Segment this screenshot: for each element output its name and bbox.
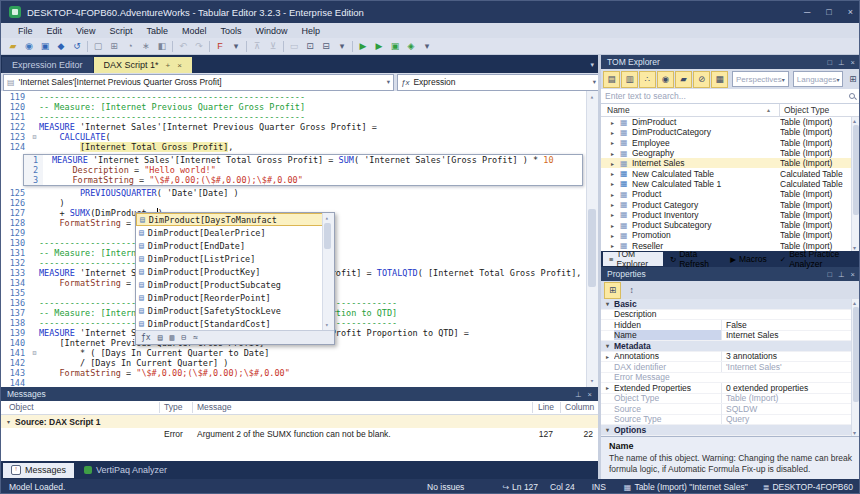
- right-tab[interactable]: ▶ Macros: [724, 252, 773, 266]
- col-line[interactable]: Line: [538, 402, 554, 412]
- tree-row[interactable]: ▸ ▦ Promotion Table (Import): [601, 230, 860, 240]
- expand-icon[interactable]: ▸: [611, 150, 620, 157]
- expand-icon[interactable]: ▸: [611, 119, 620, 126]
- code-line[interactable]: 1MEASURE 'Internet Sales'[Internet Total…: [24, 155, 582, 165]
- filter-kpis-icon[interactable]: ◉: [657, 71, 674, 88]
- right-tab[interactable]: ✓ Best Practice Analyzer: [774, 252, 860, 266]
- col-column[interactable]: Column: [565, 402, 594, 412]
- filter-measures-icon[interactable]: ▤: [603, 71, 620, 88]
- code-line[interactable]: 3 FormatString = "\$#,0.00;(\$#,0.00);\$…: [24, 175, 582, 185]
- deploy-icon[interactable]: ◉: [21, 39, 37, 54]
- tree-row[interactable]: ▸ ▦ Product Table (Import): [601, 189, 860, 199]
- close-icon[interactable]: ×: [851, 270, 855, 279]
- filter-tables-icon[interactable]: ⊟: [181, 333, 186, 343]
- tree-row[interactable]: ▸ ▦ Product Subcategory Table (Import): [601, 220, 860, 230]
- redo-icon[interactable]: ↷: [191, 39, 207, 54]
- maximize-button[interactable]: □: [826, 7, 831, 17]
- dock-icon[interactable]: □: [828, 58, 833, 67]
- tree-row[interactable]: ▸ ▦ Employee Table (Import): [601, 138, 860, 148]
- expand-icon[interactable]: ▸: [611, 222, 620, 229]
- save-to-model-icon[interactable]: ◆: [53, 39, 69, 54]
- format-dax-icon[interactable]: F: [212, 39, 228, 54]
- new-query-icon[interactable]: ◧: [154, 39, 170, 54]
- expand-icon[interactable]: ▸: [611, 232, 620, 239]
- col-type[interactable]: Type: [164, 402, 182, 412]
- autocomplete-item[interactable]: ▤ DimProduct[ProductKey]: [136, 265, 323, 278]
- tree-row[interactable]: ▸ ▦ Product Category Table (Import): [601, 199, 860, 209]
- autocomplete-item[interactable]: ▤ DimProduct[DealerPrice]: [136, 226, 323, 239]
- col-object-type[interactable]: Object Type: [784, 105, 829, 115]
- dock-icon[interactable]: □: [828, 270, 833, 279]
- tree-row[interactable]: ▸ ▦ Internet Sales Table (Import): [601, 158, 860, 168]
- expander-icon[interactable]: ▸: [601, 353, 614, 360]
- format-dax-dropdown-icon[interactable]: ▾: [228, 39, 244, 54]
- expander-icon[interactable]: ▾: [601, 300, 614, 307]
- new-dax-query-icon[interactable]: ∗: [138, 39, 154, 54]
- scroll-up-icon[interactable]: ▴: [587, 92, 597, 102]
- expand-icon[interactable]: ▸: [611, 160, 620, 167]
- status-context[interactable]: ▦Table (Import) "Internet Sales": [624, 482, 748, 492]
- property-row[interactable]: Hidden False: [601, 320, 860, 331]
- new-table-icon[interactable]: ⊞: [106, 39, 122, 54]
- menu-item[interactable]: Table: [139, 25, 175, 37]
- filter-measures-icon[interactable]: ▤: [158, 333, 163, 343]
- expand-icon[interactable]: ▸: [611, 191, 620, 198]
- search-input[interactable]: [605, 91, 848, 101]
- save-icon[interactable]: ▣: [37, 39, 53, 54]
- expand-icon[interactable]: ▸: [611, 170, 620, 177]
- scrollbar-thumb[interactable]: [588, 209, 596, 287]
- scroll-down-icon[interactable]: ▾: [587, 376, 597, 386]
- perspectives-select[interactable]: Perspectives▾: [732, 71, 789, 87]
- filter-folders-icon[interactable]: ▰: [675, 71, 692, 88]
- pin-icon[interactable]: ⊥: [838, 58, 845, 67]
- code-line[interactable]: 122MEASURE 'Internet Sales'[Internet Pre…: [1, 122, 598, 132]
- property-row[interactable]: Name Internet Sales: [601, 331, 860, 342]
- code-line[interactable]: 119-------------------------------------…: [1, 92, 598, 102]
- pin-icon[interactable]: ⊥: [838, 270, 845, 279]
- new-document-icon[interactable]: ▢: [90, 39, 106, 54]
- run-query-icon[interactable]: ▶: [371, 39, 387, 54]
- expand-icon[interactable]: ▸: [611, 180, 620, 187]
- expander-icon[interactable]: ▸: [601, 384, 614, 391]
- close-tab-icon[interactable]: ×: [177, 61, 182, 70]
- expand-icon[interactable]: ▸: [611, 242, 620, 249]
- popup-scrollbar[interactable]: ▴ ▾: [322, 213, 334, 330]
- filter-columns-icon[interactable]: ▥: [621, 71, 638, 88]
- expand-icon[interactable]: ▸: [611, 139, 620, 146]
- property-row[interactable]: Description: [601, 310, 860, 321]
- expand-icon[interactable]: ▸: [611, 211, 620, 218]
- tab-expression-editor[interactable]: Expression Editor: [2, 57, 93, 73]
- col-name[interactable]: Name: [607, 105, 630, 115]
- menu-item[interactable]: Model: [175, 25, 214, 37]
- messages-group-row[interactable]: ▾ Source: DAX Script 1: [1, 415, 598, 428]
- autocomplete-item[interactable]: ▤ DimProduct[DaysToManufact: [136, 213, 323, 226]
- right-tab[interactable]: ↻ Data Refresh: [664, 252, 723, 266]
- open-model-icon[interactable]: ▰: [5, 39, 21, 54]
- code-line[interactable]: 121-------------------------------------…: [1, 112, 598, 122]
- run-all-icon[interactable]: ◈: [403, 39, 419, 54]
- refresh-model-icon[interactable]: ↺: [69, 39, 85, 54]
- tree-row[interactable]: ▸ ▦ Reseller Table (Import): [601, 241, 860, 251]
- new-script-icon[interactable]: ◔: [122, 39, 138, 54]
- filter-keywords-icon[interactable]: ≈: [193, 333, 198, 343]
- run-overflow-icon[interactable]: ▾: [419, 39, 435, 54]
- autocomplete-item[interactable]: ▤ DimProduct[ListPrice]: [136, 252, 323, 265]
- import-icon[interactable]: ⊼: [249, 39, 265, 54]
- autocomplete-item[interactable]: ▤ DimProduct[StandardCost]: [136, 317, 323, 330]
- menu-item[interactable]: Help: [294, 25, 327, 37]
- new-tab-icon[interactable]: +: [166, 61, 171, 70]
- code-line[interactable]: 126 ): [1, 198, 598, 208]
- minimize-button[interactable]: ─: [804, 7, 810, 17]
- undo-icon[interactable]: ↶: [175, 39, 191, 54]
- pivot-grid-icon[interactable]: ⊟: [318, 39, 334, 54]
- properties-scrollbar[interactable]: ▴ ▾: [851, 299, 860, 436]
- col-object[interactable]: Object: [9, 402, 34, 412]
- export-icon[interactable]: ⊻: [265, 39, 281, 54]
- code-line[interactable]: 125 PREVIOUSQUARTER( 'Date'[Date] ): [1, 188, 598, 198]
- tab-messages[interactable]: ! Messages: [3, 463, 74, 478]
- property-row[interactable]: DAX identifier 'Internet Sales': [601, 362, 860, 373]
- preview-icon[interactable]: ▭: [286, 39, 302, 54]
- right-tab[interactable]: ≡ TOM Explorer: [603, 252, 663, 266]
- run-icon[interactable]: ▶: [355, 39, 371, 54]
- property-row[interactable]: Source SQLDW: [601, 404, 860, 415]
